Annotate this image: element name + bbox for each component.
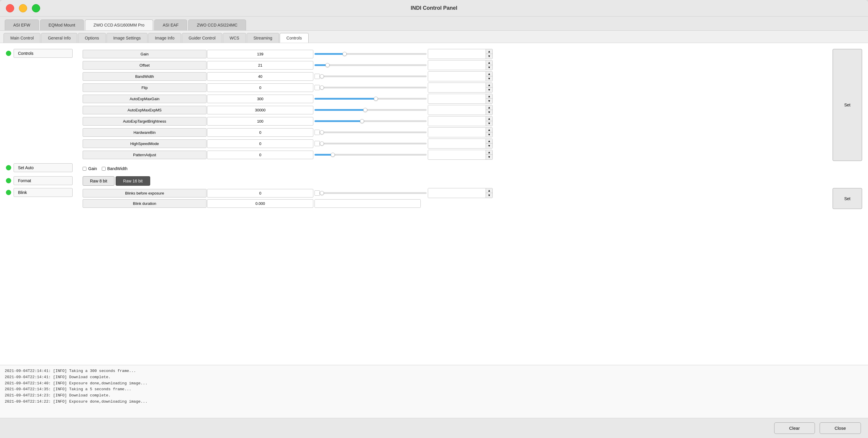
ctrl-spinbox-blinks-before-exposure-input[interactable]: 0.000 — [428, 188, 486, 198]
device-tab-asi-eaf[interactable]: ASI EAF — [154, 20, 187, 30]
ctrl-spinbox-autoexpmaxexpms-up[interactable]: ▲ — [486, 105, 492, 110]
ctrl-spinbox-blinks-before-exposure-up[interactable]: ▲ — [486, 188, 492, 193]
ctrl-spinbox-bandwidth-up[interactable]: ▲ — [486, 72, 492, 76]
ctrl-slider-patternadjust[interactable] — [314, 154, 427, 156]
ctrl-spinbox-hardwarebin-input[interactable]: 0.000 — [428, 128, 486, 137]
ctrl-spinbox-blinks-before-exposure-arrows: ▲ ▼ — [486, 188, 492, 198]
tab-image-settings[interactable]: Image Settings — [106, 33, 148, 43]
ctrl-checkbox-flip — [314, 85, 320, 90]
ctrl-spinbox-highspeedmode-down[interactable]: ▼ — [486, 143, 492, 148]
ctrl-slider-offset[interactable] — [314, 64, 427, 66]
ctrl-spinbox-patternadjust-down[interactable]: ▼ — [486, 155, 492, 160]
device-tab-asi-efw[interactable]: ASI EFW — [5, 20, 39, 30]
ctrl-checkbox-blinks-before-exposure — [314, 191, 320, 196]
set-auto-bandwidth-checkbox[interactable] — [102, 167, 105, 171]
ctrl-spinbox-autoexpmaxexpms-down[interactable]: ▼ — [486, 110, 492, 115]
blink-set-button[interactable]: Set — [833, 188, 862, 209]
ctrl-slider-flip-container — [314, 85, 427, 90]
clear-button[interactable]: Clear — [774, 423, 815, 434]
tab-general-info[interactable]: General Info — [41, 33, 77, 43]
ctrl-slider-bandwidth[interactable] — [320, 75, 427, 77]
ctrl-spinbox-offset-input[interactable]: 21.000 — [428, 60, 486, 70]
close-traffic-light[interactable] — [6, 4, 14, 12]
ctrl-slider-autoexptargetbrightness[interactable] — [314, 120, 427, 122]
controls-set-button[interactable]: Set — [833, 49, 862, 161]
ctrl-spinbox-patternadjust-up[interactable]: ▲ — [486, 150, 492, 155]
format-raw16-button[interactable]: Raw 16 bit — [116, 176, 150, 186]
blink-controls-table: Blinks before exposure 0 0.000 ▲ ▼ — [83, 188, 830, 209]
ctrl-checkbox-highspeedmode — [314, 141, 320, 146]
ctrl-spinbox-highspeedmode-input[interactable]: 0.000 — [428, 139, 486, 148]
format-label-cell: Format — [6, 176, 83, 185]
table-row: Gain 139 139.000 ▲ ▼ — [83, 49, 830, 59]
close-button[interactable]: Close — [819, 423, 861, 434]
tab-controls[interactable]: Controls — [280, 33, 309, 43]
ctrl-spinbox-patternadjust-arrows: ▲ ▼ — [486, 150, 492, 160]
ctrl-spinbox-flip-input[interactable]: 0.000 — [428, 83, 486, 92]
tab-main-control[interactable]: Main Control — [4, 33, 40, 43]
set-auto-label-cell: Set Auto — [6, 163, 83, 172]
ctrl-spinbox-autoexpmaxexpms-input[interactable]: 30000.000 — [428, 105, 486, 115]
ctrl-spinbox-autoexptargetbrightness-input[interactable]: 100.000 — [428, 116, 486, 126]
ctrl-spinbox-offset-up[interactable]: ▲ — [486, 60, 492, 65]
ctrl-slider-hardwarebin[interactable] — [320, 131, 427, 133]
ctrl-spinbox-gain-up[interactable]: ▲ — [486, 49, 492, 54]
device-tab-asi1600[interactable]: ZWO CCD ASI1600MM Pro — [85, 20, 153, 30]
ctrl-spinbox-gain-down[interactable]: ▼ — [486, 54, 492, 59]
ctrl-spinbox-blink-duration-input[interactable]: 0.000 — [315, 200, 421, 207]
format-raw8-button[interactable]: Raw 8 bit — [83, 176, 115, 186]
set-auto-gain-checkbox[interactable] — [83, 167, 87, 171]
device-tabs: ASI EFW EQMod Mount ZWO CCD ASI1600MM Pr… — [0, 16, 868, 31]
set-auto-bandwidth-text: BandWidth — [107, 166, 127, 171]
ctrl-spinbox-patternadjust-input[interactable]: 0.000 — [428, 150, 486, 160]
tab-options[interactable]: Options — [78, 33, 105, 43]
device-tab-asi224[interactable]: ZWO CCD ASI224MC — [188, 20, 246, 30]
ctrl-spinbox-blinks-before-exposure-down[interactable]: ▼ — [486, 193, 492, 198]
ctrl-spinbox-bandwidth: 40.000 ▲ ▼ — [428, 71, 493, 81]
device-tab-eqmod[interactable]: EQMod Mount — [40, 20, 84, 30]
ctrl-slider-autoexpmaxexpms-container — [314, 109, 427, 111]
table-row: Flip 0 0.000 ▲ ▼ — [83, 82, 830, 93]
ctrl-spinbox-flip-down[interactable]: ▼ — [486, 88, 492, 92]
tab-streaming[interactable]: Streaming — [247, 33, 279, 43]
ctrl-spinbox-autoexpmaxgain-down[interactable]: ▼ — [486, 99, 492, 103]
ctrl-spinbox-bandwidth-input[interactable]: 40.000 — [428, 72, 486, 81]
titlebar: INDI Control Panel — [0, 0, 868, 16]
format-group-label: Format — [13, 176, 72, 185]
ctrl-slider-autoexpmaxgain[interactable] — [314, 98, 427, 100]
controls-group-label-cell: Controls — [6, 49, 83, 58]
ctrl-slider-gain[interactable] — [314, 53, 427, 55]
tab-image-info[interactable]: Image Info — [148, 33, 181, 43]
ctrl-name-gain: Gain — [83, 50, 207, 58]
ctrl-spinbox-flip: 0.000 ▲ ▼ — [428, 82, 493, 93]
ctrl-spinbox-hardwarebin-up[interactable]: ▲ — [486, 128, 492, 132]
ctrl-name-autoexpmaxgain: AutoExpMaxGain — [83, 95, 207, 103]
ctrl-checkbox-bandwidth — [314, 74, 320, 79]
minimize-traffic-light[interactable] — [19, 4, 27, 12]
ctrl-spinbox-autoexpmaxgain-input[interactable]: 300.000 — [428, 94, 486, 103]
ctrl-spinbox-autoexpmaxgain-up[interactable]: ▲ — [486, 94, 492, 99]
ctrl-slider-blinks-before-exposure[interactable] — [320, 192, 427, 194]
ctrl-spinbox-flip-up[interactable]: ▲ — [486, 83, 492, 88]
maximize-traffic-light[interactable] — [32, 4, 40, 12]
ctrl-spinbox-gain-input[interactable]: 139.000 — [428, 49, 486, 59]
blink-label-cell: Blink — [6, 188, 83, 197]
ctrl-slider-flip[interactable] — [320, 87, 427, 89]
ctrl-spinbox-highspeedmode-up[interactable]: ▲ — [486, 139, 492, 143]
ctrl-name-patternadjust: PatternAdjust — [83, 150, 207, 159]
ctrl-spinbox-bandwidth-down[interactable]: ▼ — [486, 76, 492, 81]
log-line: 2021-09-04T22:14:35: [INFO] Taking a 5 s… — [5, 386, 863, 393]
tab-guider-control[interactable]: Guider Control — [182, 33, 222, 43]
ctrl-slider-gain-container — [314, 53, 427, 55]
ctrl-slider-autoexpmaxexpms[interactable] — [314, 109, 427, 111]
ctrl-spinbox-offset-down[interactable]: ▼ — [486, 65, 492, 70]
ctrl-spinbox-autoexptargetbrightness-down[interactable]: ▼ — [486, 121, 492, 126]
format-group-row: Format Raw 8 bit Raw 16 bit — [6, 176, 862, 186]
ctrl-spinbox-blink-duration: 0.000 — [314, 199, 421, 208]
tab-wcs[interactable]: WCS — [223, 33, 246, 43]
ctrl-spinbox-autoexptargetbrightness-up[interactable]: ▲ — [486, 116, 492, 121]
ctrl-slider-highspeedmode[interactable] — [320, 143, 427, 144]
log-line: 2021-09-04T22:14:23: [INFO] Download com… — [5, 393, 863, 399]
ctrl-spinbox-hardwarebin-down[interactable]: ▼ — [486, 132, 492, 137]
ctrl-slider-hardwarebin-container — [314, 130, 427, 135]
